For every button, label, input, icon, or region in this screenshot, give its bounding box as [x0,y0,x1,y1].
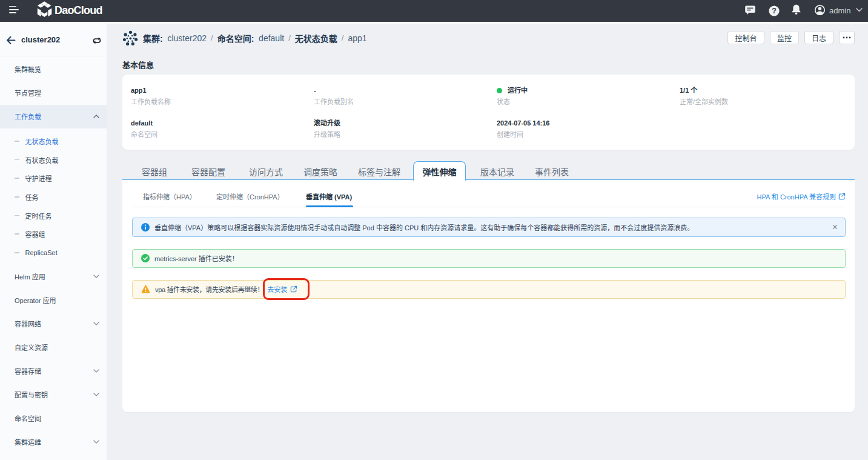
svg-text:?: ? [772,7,777,15]
